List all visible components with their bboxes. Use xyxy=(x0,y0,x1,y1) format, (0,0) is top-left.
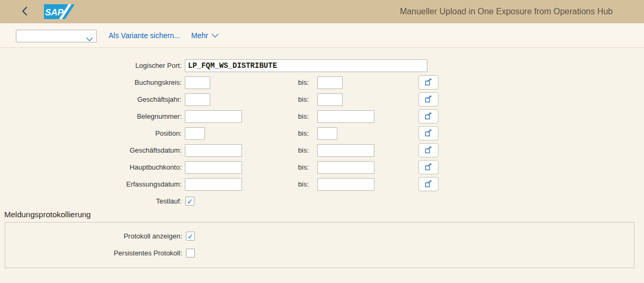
back-chevron-icon xyxy=(21,10,29,17)
bis-label: bis: xyxy=(235,74,309,91)
form-row-hauptbuchkonto: Hauptbuchkonto: bis: xyxy=(0,159,644,176)
position-label: Position: xyxy=(0,125,182,142)
variant-select[interactable] xyxy=(16,30,97,42)
svg-text:SAP: SAP xyxy=(45,7,64,17)
meldungsprotokollierung-box: Protokoll anzeigen: Persistentes Protoko… xyxy=(5,222,634,268)
form-row-logischer-port: Logischer Port: xyxy=(0,57,644,74)
sap-logo-icon: SAP xyxy=(44,4,75,19)
page-title: Manueller Upload in One Exposure from Op… xyxy=(400,0,613,23)
multi-selection-icon xyxy=(424,179,433,189)
erfassungsdatum-label: Erfassungsdatum: xyxy=(0,176,182,193)
form-row-belegnummer: Belegnummer: bis: xyxy=(0,108,644,125)
back-button[interactable] xyxy=(19,6,31,17)
multi-selection-icon xyxy=(424,77,433,87)
variant-input[interactable] xyxy=(16,30,85,42)
buchungskreis-from-input[interactable] xyxy=(185,76,210,89)
form-row-geschaeftsdatum: Geschäftsdatum: bis: xyxy=(0,142,644,159)
belegnummer-to-input[interactable] xyxy=(317,110,374,123)
toolbar: Als Variante sichern... Mehr xyxy=(0,23,644,48)
form-row-persistentes-protokoll: Persistentes Protokoll: xyxy=(5,245,644,262)
position-from-input[interactable] xyxy=(185,127,205,140)
save-as-variant-button[interactable]: Als Variante sichern... xyxy=(109,23,180,48)
bis-label: bis: xyxy=(235,91,309,108)
persistentes-protokoll-label: Persistentes Protokoll: xyxy=(5,245,182,262)
multi-selection-icon xyxy=(424,94,433,104)
testlauf-checkbox[interactable] xyxy=(185,197,194,206)
protokoll-anzeigen-checkbox[interactable] xyxy=(186,232,195,241)
geschaeftsjahr-label: Geschäftsjahr: xyxy=(0,91,182,108)
selection-screen: Logischer Port: Buchungskreis: bis: Gesc… xyxy=(0,48,644,283)
multi-selection-icon xyxy=(424,111,433,121)
more-button-label: Mehr xyxy=(191,31,208,40)
form-row-buchungskreis: Buchungskreis: bis: xyxy=(0,74,644,91)
more-button[interactable]: Mehr xyxy=(191,23,219,48)
erfassungsdatum-multi-selection-button[interactable] xyxy=(418,177,439,191)
bis-label: bis: xyxy=(235,125,309,142)
form-row-position: Position: bis: xyxy=(0,125,644,142)
geschaeftsdatum-from-input[interactable] xyxy=(185,144,242,157)
geschaeftsdatum-multi-selection-button[interactable] xyxy=(418,143,439,157)
buchungskreis-multi-selection-button[interactable] xyxy=(418,75,439,90)
buchungskreis-to-input[interactable] xyxy=(317,76,343,89)
logischer-port-input[interactable] xyxy=(185,59,427,72)
protokoll-anzeigen-label: Protokoll anzeigen: xyxy=(5,228,182,245)
belegnummer-label: Belegnummer: xyxy=(0,108,182,125)
buchungskreis-label: Buchungskreis: xyxy=(0,74,182,91)
hauptbuchkonto-label: Hauptbuchkonto: xyxy=(0,159,182,176)
logischer-port-label: Logischer Port: xyxy=(0,57,182,74)
chevron-down-icon[interactable] xyxy=(86,34,93,39)
belegnummer-from-input[interactable] xyxy=(185,110,242,123)
geschaeftsjahr-multi-selection-button[interactable] xyxy=(418,92,439,107)
position-multi-selection-button[interactable] xyxy=(418,126,439,140)
persistentes-protokoll-checkbox[interactable] xyxy=(186,249,195,258)
belegnummer-multi-selection-button[interactable] xyxy=(418,109,439,123)
geschaeftsdatum-label: Geschäftsdatum: xyxy=(0,142,182,159)
multi-selection-icon xyxy=(424,162,433,172)
shell-header: SAP Manueller Upload in One Exposure fro… xyxy=(0,0,644,23)
testlauf-label: Testlauf: xyxy=(0,193,182,210)
erfassungsdatum-to-input[interactable] xyxy=(317,178,374,191)
bis-label: bis: xyxy=(235,176,309,193)
position-to-input[interactable] xyxy=(317,127,337,140)
section-title: Meldungsprotokollierung xyxy=(4,210,91,219)
bis-label: bis: xyxy=(235,108,309,125)
hauptbuchkonto-multi-selection-button[interactable] xyxy=(418,160,439,174)
chevron-down-icon xyxy=(211,23,219,28)
geschaeftsjahr-to-input[interactable] xyxy=(317,93,343,106)
hauptbuchkonto-from-input[interactable] xyxy=(185,161,242,174)
erfassungsdatum-from-input[interactable] xyxy=(185,178,242,191)
bis-label: bis: xyxy=(235,142,309,159)
form-row-testlauf: Testlauf: xyxy=(0,193,644,210)
multi-selection-icon xyxy=(424,128,433,138)
form-row-erfassungsdatum: Erfassungsdatum: bis: xyxy=(0,176,644,193)
geschaeftsdatum-to-input[interactable] xyxy=(317,144,374,157)
form-row-geschaeftsjahr: Geschäftsjahr: bis: xyxy=(0,91,644,108)
bis-label: bis: xyxy=(235,159,309,176)
multi-selection-icon xyxy=(424,145,433,155)
hauptbuchkonto-to-input[interactable] xyxy=(317,161,374,174)
geschaeftsjahr-from-input[interactable] xyxy=(185,93,210,106)
form-row-protokoll-anzeigen: Protokoll anzeigen: xyxy=(5,228,644,245)
